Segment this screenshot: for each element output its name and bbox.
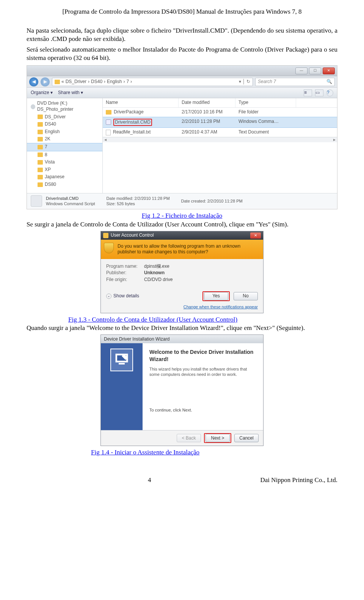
file-row[interactable]: ReadMe_Install.txt2/9/2010 4:37 AMText D… — [103, 128, 337, 137]
device-icon — [110, 349, 133, 371]
folder-icon — [38, 175, 43, 179]
uac-question: Do you want to allow the following progr… — [101, 240, 263, 259]
wizard-continue-text: To continue, click Next. — [149, 407, 256, 413]
details-pane: DriverInstall.CMD Windows Command Script… — [27, 193, 337, 208]
tree-node[interactable]: 7 — [27, 143, 102, 151]
organize-menu[interactable]: Organize ▾ — [31, 90, 53, 96]
show-details-toggle[interactable]: ⌄ Show details — [106, 293, 139, 299]
figure-caption-1: Fig 1.2 - Ficheiro de Instalação — [142, 212, 222, 219]
after-caption-2: Quando surgir a janela "Welcome to the D… — [27, 324, 337, 332]
explorer-toolbar: Organize ▾ Share with ▾ ≡ ▭ ? — [27, 88, 337, 98]
minimize-button[interactable]: — — [295, 68, 308, 74]
no-button[interactable]: No — [234, 292, 258, 300]
wizard-heading: Welcome to the Device Driver Installatio… — [149, 349, 256, 362]
company-name: Dai Nippon Printing Co., Ltd. — [260, 476, 337, 484]
svg-rect-2 — [119, 363, 125, 364]
wizard-description: This wizard helps you install the softwa… — [149, 366, 256, 377]
explorer-screenshot: — ☐ ✕ ◀ ▶ « DS_Driver › DS40 › English ›… — [27, 65, 337, 209]
page-number: 4 — [148, 476, 151, 484]
next-button[interactable]: Next > — [206, 434, 230, 442]
tree-node[interactable]: 2K — [27, 135, 102, 143]
tree-node[interactable]: Vista — [27, 159, 102, 166]
tree-node[interactable]: Japanese — [27, 173, 102, 181]
intro-paragraph-1: Na pasta selecionada, faça duplo clique … — [27, 27, 337, 43]
folder-icon — [38, 152, 43, 157]
wizard-sidebar — [101, 343, 143, 430]
wizard-screenshot: Device Driver Installation Wizard Welcom… — [100, 335, 264, 446]
figure-caption-3: Fig 1.4 - Iniciar o Assistente de Instal… — [91, 449, 199, 456]
folder-icon — [38, 137, 43, 141]
horizontal-scrollbar[interactable]: ◂ ▸ — [103, 137, 337, 142]
chevron-down-icon: ⌄ — [106, 294, 111, 299]
folder-icon — [38, 115, 43, 119]
shield-icon — [104, 243, 114, 253]
cancel-button[interactable]: Cancel — [234, 434, 259, 442]
refresh-icon[interactable]: ▾ │ ↻ — [239, 79, 250, 85]
folder-icon — [38, 160, 43, 165]
shield-icon — [103, 233, 108, 238]
preview-pane-button[interactable]: ▭ — [315, 90, 323, 96]
view-options-button[interactable]: ≡ — [304, 90, 312, 96]
folder-icon — [38, 130, 43, 134]
search-icon: 🔍 — [326, 79, 332, 85]
search-input[interactable]: Search 7 🔍 — [255, 78, 335, 86]
list-header: Name Date modified Type — [103, 98, 337, 108]
file-type-icon — [31, 195, 42, 207]
tree-node[interactable]: DVD Drive (K:) DS_Photo_printer — [27, 100, 102, 113]
tree-node[interactable]: English — [27, 128, 102, 136]
back-button[interactable]: ◀ — [29, 77, 38, 86]
file-list[interactable]: Name Date modified Type DriverPackage2/1… — [103, 98, 337, 193]
wizard-titlebar: Device Driver Installation Wizard — [101, 335, 263, 343]
after-caption-1: Se surgir a janela de Controlo de Conta … — [27, 220, 337, 229]
folder-icon — [38, 122, 43, 127]
folder-icon — [55, 80, 60, 84]
window-titlebar: — ☐ ✕ — [27, 66, 337, 76]
change-notifications-link[interactable]: Change when these notifications appear — [184, 305, 258, 309]
file-icon — [106, 130, 111, 135]
file-icon — [106, 110, 111, 115]
intro-paragraph-2: Será selecionado automaticamente o melho… — [27, 46, 337, 62]
file-icon — [106, 119, 111, 125]
tree-node[interactable]: 8 — [27, 151, 102, 159]
address-bar: ◀ ▶ « DS_Driver › DS40 › English › 7 › ▾… — [27, 76, 337, 88]
uac-titlebar: User Account Control ✕ — [101, 231, 263, 240]
close-button[interactable]: ✕ — [323, 68, 335, 74]
tree-node[interactable]: DS40 — [27, 121, 102, 128]
uac-screenshot: User Account Control ✕ Do you want to al… — [100, 231, 264, 314]
folder-icon — [38, 182, 43, 187]
tree-node[interactable]: XP — [27, 166, 102, 174]
close-button[interactable]: ✕ — [250, 232, 261, 239]
share-menu[interactable]: Share with ▾ — [58, 90, 83, 96]
figure-caption-2: Fig 1.3 - Controlo de Conta de Utilizado… — [68, 316, 237, 323]
folder-icon — [38, 145, 43, 149]
file-row[interactable]: DriverInstall.CMD2/2/2010 11:28 PMWindow… — [103, 117, 337, 128]
breadcrumb[interactable]: « DS_Driver › DS40 › English › 7 › ▾ │ ↻ — [52, 78, 253, 86]
tree-node[interactable]: DS_Driver — [27, 113, 102, 121]
forward-button[interactable]: ▶ — [41, 77, 50, 86]
help-button[interactable]: ? — [326, 90, 333, 96]
back-button: < Back — [177, 434, 201, 442]
folder-icon — [38, 168, 43, 172]
folder-tree[interactable]: DVD Drive (K:) DS_Photo_printerDS_Driver… — [27, 98, 103, 193]
maximize-button[interactable]: ☐ — [309, 68, 321, 74]
page-header: [Programa de Controlo da Impressora DS40… — [27, 8, 337, 16]
file-row[interactable]: DriverPackage2/17/2010 10:16 PMFile fold… — [103, 108, 337, 117]
folder-icon — [31, 104, 35, 109]
yes-button[interactable]: Yes — [204, 292, 228, 300]
tree-node[interactable]: DS80 — [27, 181, 102, 188]
